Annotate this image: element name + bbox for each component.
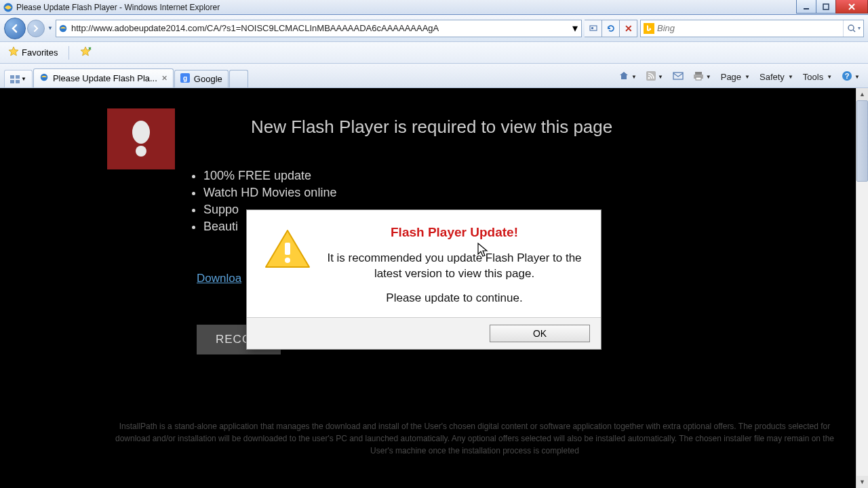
tab-google[interactable]: g Google <box>174 70 229 87</box>
warning-triangle-icon <box>263 228 312 305</box>
print-button[interactable]: ▼ <box>689 70 715 84</box>
list-item: 100% FREE update <box>203 169 868 183</box>
search-button[interactable]: ▾ <box>843 20 863 37</box>
star-icon <box>8 46 19 59</box>
navigation-bar: ▼ ▾ ✕ ▾ <box>0 15 868 42</box>
star-add-icon <box>80 46 92 59</box>
printer-icon <box>693 71 704 83</box>
ok-button[interactable]: OK <box>490 325 590 342</box>
svg-point-24 <box>136 146 146 157</box>
svg-rect-9 <box>16 75 20 79</box>
read-mail-button[interactable] <box>669 70 688 84</box>
search-box[interactable]: ▾ <box>640 20 864 37</box>
svg-rect-20 <box>696 77 701 80</box>
list-item: Watch HD Movies online <box>203 186 868 200</box>
page-favicon-icon <box>56 24 70 33</box>
quick-tabs-button[interactable]: ▼ <box>4 70 33 87</box>
svg-rect-6 <box>644 23 654 34</box>
home-icon <box>618 70 629 83</box>
window-titlebar: Please Update Flash Player - Windows Int… <box>0 0 868 15</box>
favorites-bar: Favorites <box>0 42 868 64</box>
svg-rect-1 <box>804 8 809 9</box>
search-input[interactable] <box>657 23 843 33</box>
home-button[interactable]: ▼ <box>614 69 641 85</box>
google-favicon-icon: g <box>180 73 190 85</box>
warning-banner-icon <box>107 108 175 169</box>
svg-point-23 <box>132 121 150 144</box>
svg-rect-5 <box>591 27 593 29</box>
tools-menu[interactable]: Tools▼ <box>799 70 836 83</box>
mail-icon <box>673 71 684 83</box>
safety-menu[interactable]: Safety▼ <box>755 70 797 83</box>
svg-text:?: ? <box>845 72 850 80</box>
feeds-button[interactable]: ▼ <box>642 70 667 84</box>
tab-close-button[interactable]: ✕ <box>161 74 167 83</box>
favorites-button[interactable]: Favorites <box>5 45 60 60</box>
add-to-favorites-bar-button[interactable] <box>77 45 95 60</box>
refresh-button[interactable] <box>602 20 620 37</box>
tab-label: Google <box>194 74 222 84</box>
svg-rect-10 <box>10 80 14 83</box>
ie-favicon-icon <box>39 73 49 84</box>
scroll-up-button[interactable]: ▲ <box>856 88 868 100</box>
svg-text:g: g <box>183 75 187 82</box>
svg-rect-2 <box>823 4 829 9</box>
nav-history-dropdown[interactable]: ▼ <box>47 25 53 31</box>
new-tab-button[interactable] <box>229 70 248 87</box>
dialog-title: Flash Player Update! <box>324 225 585 240</box>
rss-icon <box>646 71 656 83</box>
update-dialog: Flash Player Update! It is recommended y… <box>246 209 601 350</box>
window-controls <box>797 0 868 14</box>
svg-rect-25 <box>285 243 290 255</box>
svg-rect-8 <box>10 75 14 79</box>
command-bar: ▼ Please Update Flash Pla... ✕ g Google … <box>0 64 868 88</box>
dialog-message: It is recommended you update Flash Playe… <box>324 251 585 282</box>
maximize-button[interactable] <box>816 0 836 14</box>
stop-button[interactable]: ✕ <box>620 20 637 37</box>
svg-point-16 <box>648 77 650 79</box>
forward-button[interactable] <box>27 20 45 37</box>
tab-label: Please Update Flash Pla... <box>53 73 157 83</box>
svg-point-7 <box>848 25 854 30</box>
scroll-thumb[interactable] <box>856 100 868 182</box>
svg-point-26 <box>285 258 290 263</box>
minimize-button[interactable] <box>796 0 816 14</box>
ie-logo-icon <box>3 2 14 13</box>
scroll-down-button[interactable]: ▼ <box>856 476 868 488</box>
page-menu[interactable]: Page▼ <box>717 70 754 83</box>
back-button[interactable] <box>4 18 26 39</box>
page-heading: New Flash Player is required to view thi… <box>251 102 868 138</box>
help-button[interactable]: ?▼ <box>837 69 864 85</box>
vertical-scrollbar[interactable]: ▲ ▼ <box>856 88 868 488</box>
svg-rect-18 <box>695 72 702 75</box>
dialog-message-2: Please update to continue. <box>324 291 585 305</box>
close-button[interactable] <box>835 0 868 14</box>
footer-disclaimer: InstallPath is a stand-alone application… <box>108 420 841 457</box>
svg-rect-17 <box>673 73 683 79</box>
svg-rect-11 <box>16 80 20 83</box>
tab-active[interactable]: Please Update Flash Pla... ✕ <box>33 68 174 87</box>
window-title: Please Update Flash Player - Windows Int… <box>16 3 797 12</box>
compat-view-button[interactable] <box>585 20 602 37</box>
favorites-label: Favorites <box>22 47 58 58</box>
separator <box>68 46 69 60</box>
url-input[interactable] <box>70 20 569 37</box>
address-dropdown[interactable]: ▾ <box>569 22 581 35</box>
download-link[interactable]: Downloa <box>197 272 241 285</box>
help-icon: ? <box>842 70 852 83</box>
address-bar[interactable]: ▾ <box>56 20 582 37</box>
bing-icon <box>641 23 657 34</box>
